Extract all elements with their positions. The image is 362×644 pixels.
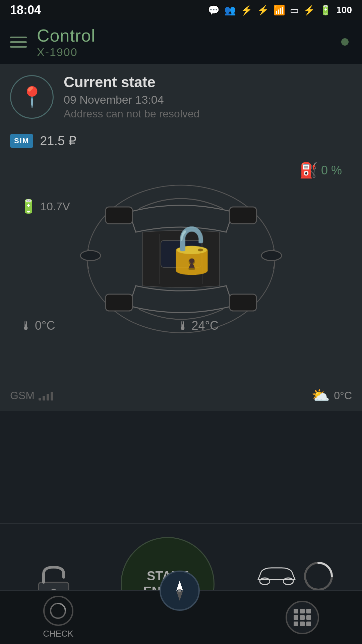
- grid-dot-4: [294, 615, 298, 620]
- fuel-percentage: 0 %: [321, 163, 342, 177]
- gsm-bar-3: [47, 394, 49, 400]
- svg-rect-6: [230, 294, 256, 311]
- sim-signal-icon: ▭: [290, 5, 299, 16]
- compass-area: [160, 571, 200, 611]
- current-state-section: 📍 Current state 09 November 13:04 Addres…: [10, 74, 352, 120]
- status-dot: [341, 38, 349, 46]
- bluetooth-icon: ⚡: [257, 5, 269, 16]
- location-pin-icon: 📍: [19, 85, 45, 109]
- wifi-icon: 📶: [274, 5, 285, 16]
- thermometer-exterior-icon: 🌡: [20, 319, 32, 333]
- nav-grid-right[interactable]: [286, 601, 319, 634]
- device-model: X-1900: [37, 46, 96, 59]
- svg-rect-4: [230, 207, 256, 224]
- sim-balance: 21.5 ₽: [40, 133, 76, 148]
- status-time: 18:04: [10, 3, 41, 17]
- status-bar: 18:04 💬 👥 ⚡ ⚡ 📶 ▭ ⚡ 🔋 100: [0, 0, 362, 20]
- main-content: 📍 Current state 09 November 13:04 Addres…: [0, 64, 362, 380]
- battery-icon: 🔋: [320, 5, 331, 16]
- exterior-temp: 🌡 0°C: [20, 319, 55, 333]
- state-info: Current state 09 November 13:04 Address …: [64, 74, 200, 120]
- weather-icon: ⛅: [311, 387, 330, 404]
- svg-point-14: [283, 578, 293, 585]
- sim-badge: SIM: [10, 134, 33, 148]
- grid-dot-5: [300, 615, 305, 620]
- grid-dot-7: [294, 622, 298, 626]
- app-header: Control X-1900: [0, 20, 362, 64]
- grid-dot-6: [306, 615, 311, 620]
- sim-row: SIM 21.5 ₽: [10, 133, 352, 148]
- car-section: ⛽ 0 % 🔋 10.7V: [10, 155, 352, 373]
- svg-rect-3: [106, 207, 132, 224]
- state-address: Address can not be resolved: [64, 108, 200, 120]
- gsm-bar-2: [43, 396, 45, 400]
- grid-dot-9: [306, 622, 311, 626]
- header-titles: Control X-1900: [37, 25, 96, 59]
- svg-point-2: [261, 251, 282, 261]
- grid-dot-1: [294, 609, 298, 613]
- svg-point-20: [178, 589, 181, 592]
- state-title: Current state: [64, 74, 200, 91]
- svg-point-13: [260, 578, 270, 585]
- gsm-indicator: GSM: [10, 389, 53, 402]
- thermometer-interior-icon: 🌡: [177, 319, 189, 333]
- grid-dots-icon: [292, 607, 312, 628]
- interior-temp: 🌡 24°C: [177, 319, 219, 333]
- battery-percentage: 100: [336, 5, 352, 15]
- check-spinner: [302, 559, 335, 593]
- hamburger-menu[interactable]: [10, 37, 27, 48]
- battery-car-icon: 🔋: [20, 199, 37, 214]
- grid-icon-button[interactable]: [286, 601, 319, 634]
- gsm-label: GSM: [10, 389, 35, 402]
- state-date: 09 November 13:04: [64, 93, 200, 106]
- car-lock-status-icon: 🔓: [165, 225, 219, 276]
- exterior-temp-value: 0°C: [35, 319, 55, 333]
- location-icon-circle: 📍: [10, 75, 54, 119]
- nav-check-left-icon: [49, 602, 67, 620]
- svg-rect-5: [106, 294, 132, 311]
- bottom-nav-bar: CHECK: [0, 590, 362, 644]
- status-icons: 💬 👥 ⚡ ⚡ 📶 ▭ ⚡ 🔋 100: [208, 5, 352, 16]
- bottom-info-bar: GSM ⛅ 0°C: [0, 380, 362, 411]
- interior-temp-value: 24°C: [192, 319, 219, 333]
- charging-icon: ⚡: [303, 5, 315, 16]
- gsm-bar-1: [39, 398, 41, 400]
- grid-dot-8: [300, 622, 305, 626]
- car-check-icon: [255, 565, 298, 588]
- gsm-bar-4: [51, 392, 53, 400]
- compass-button[interactable]: [160, 571, 200, 611]
- weather-temp: 0°C: [334, 389, 352, 402]
- svg-point-1: [80, 251, 101, 261]
- svg-rect-15: [270, 581, 283, 584]
- nav-check-left[interactable]: CHECK: [43, 596, 73, 639]
- message-icon: 💬: [208, 5, 220, 16]
- usb-icon: ⚡: [241, 5, 252, 16]
- people-icon: 👥: [224, 5, 236, 16]
- app-title: Control: [37, 25, 96, 46]
- weather-indicator: ⛅ 0°C: [311, 387, 352, 404]
- grid-dot-3: [306, 609, 311, 613]
- compass-icon: [166, 577, 193, 604]
- gsm-bars: [39, 390, 53, 400]
- nav-check-left-label: CHECK: [43, 629, 73, 639]
- grid-dot-2: [300, 609, 305, 613]
- nav-check-left-circle[interactable]: [43, 596, 73, 626]
